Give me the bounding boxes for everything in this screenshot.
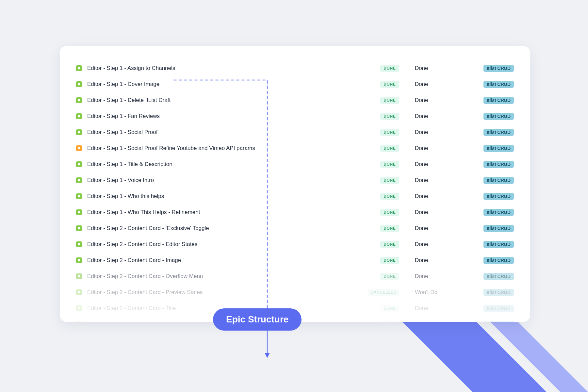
status-text: Done xyxy=(415,225,464,232)
task-list-card: Editor - Step 1 - Assign to ChannelsDONE… xyxy=(60,46,530,322)
task-title: Editor - Step 2 - Content Card - Image xyxy=(87,257,380,264)
bookmark-icon xyxy=(76,241,82,247)
epic-tag[interactable]: Itlist CRUD xyxy=(483,97,514,104)
epic-tag[interactable]: Itlist CRUD xyxy=(483,193,514,200)
bookmark-icon xyxy=(76,225,82,231)
epic-tag[interactable]: Itlist CRUD xyxy=(483,305,514,312)
task-title: Editor - Step 1 - Delete ItList Draft xyxy=(87,97,380,104)
status-badge: DONE xyxy=(380,257,399,264)
bookmark-icon xyxy=(76,65,82,71)
task-row[interactable]: Editor - Step 2 - Content Card - ImageDO… xyxy=(76,252,514,268)
task-row[interactable]: Editor - Step 1 - Social Proof Refine Yo… xyxy=(76,140,514,156)
task-title: Editor - Step 1 - Who this helps xyxy=(87,193,380,200)
status-text: Done xyxy=(415,113,464,120)
status-badge: DONE xyxy=(380,161,399,168)
epic-tag[interactable]: Itlist CRUD xyxy=(483,113,514,120)
status-badge: DONE xyxy=(380,81,399,88)
status-badge: DONE xyxy=(380,65,399,72)
epic-tag[interactable]: Itlist CRUD xyxy=(483,225,514,232)
task-row[interactable]: Editor - Step 2 - Content Card - Preview… xyxy=(76,284,514,300)
status-text: Done xyxy=(415,321,464,322)
epic-tag[interactable]: Itlist CRUD xyxy=(483,273,514,280)
status-text: Done xyxy=(415,241,464,248)
bookmark-icon xyxy=(76,129,82,135)
bookmark-icon xyxy=(76,273,82,279)
task-title: Editor - Step 1 - Who This Helps - Refin… xyxy=(87,209,380,216)
status-badge: DONE xyxy=(380,177,399,184)
epic-tag[interactable]: Itlist CRUD xyxy=(483,129,514,136)
epic-tag[interactable]: Itlist CRUD xyxy=(483,145,514,152)
epic-tag[interactable]: Itlist CRUD xyxy=(483,321,514,322)
task-title: Editor - Step 1 - Title & Description xyxy=(87,161,380,168)
task-row[interactable]: Editor - Step 2 - Content Card - Editor … xyxy=(76,236,514,252)
epic-tag[interactable]: Itlist CRUD xyxy=(483,161,514,168)
task-row[interactable]: Editor - Step 1 - Fan ReviewsDONEDoneItl… xyxy=(76,108,514,124)
epic-tag[interactable]: Itlist CRUD xyxy=(483,257,514,264)
task-title: Editor - Step 2 - Content Card - Preview… xyxy=(87,289,368,296)
task-title: Editor - Step 1 - Voice Intro xyxy=(87,177,380,184)
epic-tag[interactable]: Itlist CRUD xyxy=(483,289,514,296)
status-badge: DONE xyxy=(380,273,399,280)
epic-structure-callout: Epic Structure xyxy=(213,308,302,331)
task-title: Editor - Step 2 - Content Card - Overflo… xyxy=(87,273,380,280)
status-text: Done xyxy=(415,257,464,264)
status-text: Done xyxy=(415,273,464,280)
task-title: Editor - Step 1 - Fan Reviews xyxy=(87,113,380,120)
status-badge: DONE xyxy=(380,241,399,248)
task-row[interactable]: Editor - Step 1 - Assign to ChannelsDONE… xyxy=(76,60,514,76)
status-text: Done xyxy=(415,209,464,216)
status-text: Won't Do xyxy=(415,289,464,296)
bookmark-icon xyxy=(76,113,82,119)
epic-tag[interactable]: Itlist CRUD xyxy=(483,177,514,184)
bookmark-icon xyxy=(76,305,82,311)
task-row[interactable]: Editor - Step 1 - Social ProofDONEDoneIt… xyxy=(76,124,514,140)
task-title: Editor - Step 1 - Social Proof Refine Yo… xyxy=(87,145,380,152)
status-badge: DONE xyxy=(380,193,399,200)
bookmark-icon xyxy=(76,81,82,87)
status-text: Done xyxy=(415,81,464,88)
task-row[interactable]: Editor - Step 1 - Who this helpsDONEDone… xyxy=(76,188,514,204)
task-row[interactable]: Editor - Step 1 - Title & DescriptionDON… xyxy=(76,156,514,172)
task-row[interactable]: Editor - Step 1 - Delete ItList DraftDON… xyxy=(76,92,514,108)
status-badge: DONE xyxy=(380,225,399,232)
status-text: Done xyxy=(415,129,464,136)
task-title: Editor - Step 1 - Cover Image xyxy=(87,81,380,88)
lightbulb-icon xyxy=(76,145,82,151)
bookmark-icon xyxy=(76,321,82,322)
task-row[interactable]: Editor - Step 1 - Voice IntroDONEDoneItl… xyxy=(76,172,514,188)
bookmark-icon xyxy=(76,209,82,215)
epic-tag[interactable]: Itlist CRUD xyxy=(483,241,514,248)
status-badge: CANCELLED xyxy=(368,289,399,296)
status-badge: DONE xyxy=(380,305,399,312)
status-badge: DONE xyxy=(380,321,399,322)
status-badge: DONE xyxy=(380,145,399,152)
epic-tag[interactable]: Itlist CRUD xyxy=(483,209,514,216)
status-text: Done xyxy=(415,305,464,312)
status-text: Done xyxy=(415,193,464,200)
status-badge: DONE xyxy=(380,97,399,104)
task-title: Editor - Step 2 - Content Card - 'Exclus… xyxy=(87,225,380,232)
bookmark-icon xyxy=(76,193,82,199)
status-badge: DONE xyxy=(380,113,399,120)
status-text: Done xyxy=(415,65,464,72)
status-text: Done xyxy=(415,145,464,152)
bookmark-icon xyxy=(76,177,82,183)
task-row[interactable]: Editor - Step 2 - Content Card - Overflo… xyxy=(76,268,514,284)
task-row[interactable]: Editor - Step 1 - Who This Helps - Refin… xyxy=(76,204,514,220)
bookmark-icon xyxy=(76,97,82,103)
status-badge: DONE xyxy=(380,129,399,136)
bookmark-icon xyxy=(76,161,82,167)
status-text: Done xyxy=(415,97,464,104)
bookmark-icon xyxy=(76,289,82,295)
task-title: Editor - Step 1 - Assign to Channels xyxy=(87,65,380,72)
task-row[interactable]: Editor - Step 2 - Content Card - 'Exclus… xyxy=(76,220,514,236)
task-row[interactable]: Editor - Step 1 - Cover ImageDONEDoneItl… xyxy=(76,76,514,92)
task-title: Editor - Step 1 - Social Proof xyxy=(87,129,380,136)
status-text: Done xyxy=(415,161,464,168)
epic-tag[interactable]: Itlist CRUD xyxy=(483,81,514,88)
task-title: Editor - Step 2 - Content Card - Editor … xyxy=(87,241,380,248)
epic-tag[interactable]: Itlist CRUD xyxy=(483,65,514,72)
status-badge: DONE xyxy=(380,209,399,216)
bookmark-icon xyxy=(76,257,82,263)
status-text: Done xyxy=(415,177,464,184)
